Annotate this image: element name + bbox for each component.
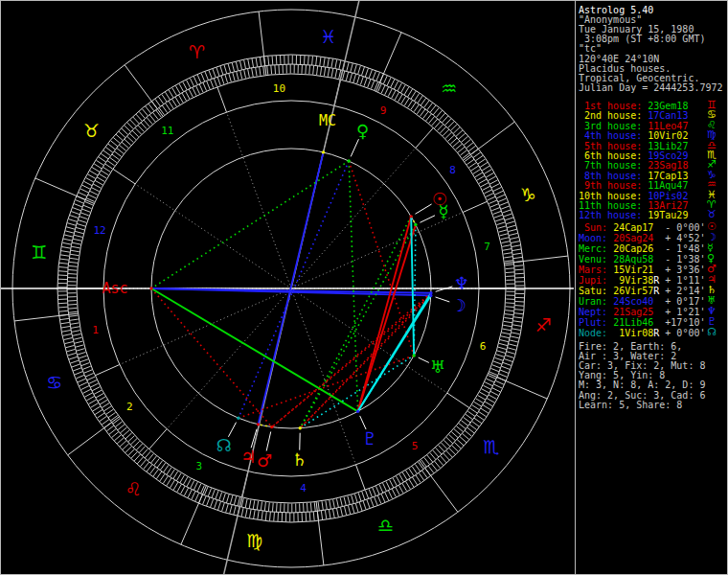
info-sidebar: Astrolog 5.40 "Anonymous"Tue January 15,… bbox=[1, 1, 728, 575]
planet-row: Sun: 24Cap17 - 0°00' bbox=[579, 223, 705, 233]
planet-row: Node: 1Vir08R + 0°00' bbox=[579, 329, 705, 338]
planet-icon: ☊ bbox=[707, 328, 717, 337]
house-sign-icon: ♉ bbox=[707, 210, 717, 219]
planet-row: Moon: 20Sag24 + 4°52' bbox=[579, 234, 705, 243]
header-line: Julian Day = 2444253.7972 bbox=[579, 83, 723, 93]
planet-row: Nept: 21Sag25 + 1°21' bbox=[579, 308, 705, 317]
planet-row: Plut: 21Lib46 +17°10' bbox=[579, 318, 705, 328]
planet-row: Venu: 28Aqu58 - 1°38' bbox=[579, 255, 705, 264]
planet-row: Uran: 24Sco40 + 0°17' bbox=[579, 297, 705, 307]
house-row: 12th house: 19Tau29 bbox=[579, 211, 688, 220]
planet-row: Satu: 26Vir57R + 2°14' bbox=[579, 287, 705, 296]
astrolog-window: ☉☽☿♀♂♃♄♅♆♇☊♈♉♊♋♌♍♎♏♐♑♒♓123456789101112As… bbox=[0, 0, 728, 575]
planet-row: Mars: 15Vir21 + 3°36' bbox=[579, 265, 705, 275]
planet-row: Merc: 20Cap26 - 1°48' bbox=[579, 244, 705, 254]
tally-line: Learn: 5, Share: 8 bbox=[579, 401, 682, 410]
planet-row: Jupi: 9Vir38R + 1°11' bbox=[579, 276, 705, 286]
